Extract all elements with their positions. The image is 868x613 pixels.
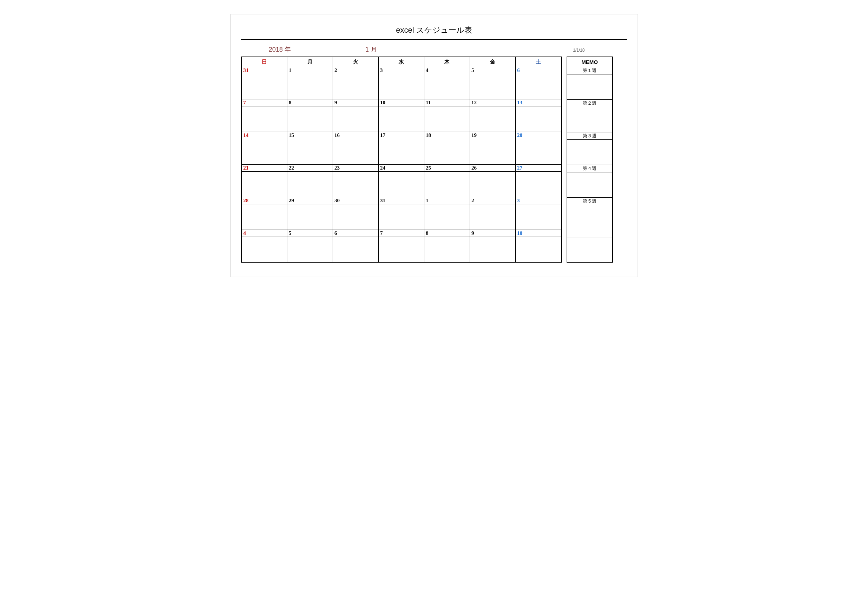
day-number: 9 xyxy=(470,230,516,237)
table-row xyxy=(242,172,561,197)
day-number: 19 xyxy=(470,132,516,139)
table-row: 第４週 xyxy=(567,165,612,172)
day-number: 4 xyxy=(424,67,470,74)
day-number: 4 xyxy=(242,230,287,237)
table-row: 第５週 xyxy=(567,197,612,205)
day-number: 7 xyxy=(242,99,287,106)
day-number: 5 xyxy=(470,67,516,74)
header-thu: 木 xyxy=(424,57,470,67)
day-number: 12 xyxy=(470,99,516,106)
day-cell xyxy=(470,74,516,99)
memo-cell xyxy=(567,107,612,132)
day-number: 31 xyxy=(379,197,424,204)
day-cell xyxy=(287,204,333,230)
day-cell xyxy=(424,106,470,132)
meta-row: 2018 年 1 月 1/1/18 xyxy=(241,45,627,57)
day-number: 22 xyxy=(287,164,333,171)
start-date-label: 1/1/18 xyxy=(573,48,627,53)
day-cell xyxy=(516,139,561,165)
table-row xyxy=(242,74,561,99)
table-row: 7 8 9 10 11 12 13 xyxy=(242,99,561,106)
year-label: 2018 年 xyxy=(241,45,319,54)
day-number: 17 xyxy=(379,132,424,139)
table-row xyxy=(567,237,612,262)
calendar-layout: 日 月 火 水 木 金 土 31 1 2 3 4 5 6 xyxy=(241,57,627,263)
calendar-table: 日 月 火 水 木 金 土 31 1 2 3 4 5 6 xyxy=(241,57,562,263)
day-cell xyxy=(379,139,424,165)
day-cell xyxy=(287,172,333,197)
day-cell xyxy=(424,237,470,262)
day-cell xyxy=(470,172,516,197)
header-sun: 日 xyxy=(242,57,287,67)
day-number: 16 xyxy=(333,132,379,139)
memo-cell xyxy=(567,74,612,99)
memo-table: MEMO 第１週 第２週 第３週 第４週 第５週 xyxy=(567,57,613,263)
week-label xyxy=(567,230,612,237)
table-row xyxy=(567,205,612,230)
day-cell xyxy=(242,172,287,197)
memo-cell xyxy=(567,172,612,197)
day-number: 3 xyxy=(379,67,424,74)
header-mon: 月 xyxy=(287,57,333,67)
day-cell xyxy=(470,139,516,165)
memo-header: MEMO xyxy=(567,57,612,67)
day-number: 30 xyxy=(333,197,379,204)
day-cell xyxy=(333,106,379,132)
table-row: 21 22 23 24 25 26 27 xyxy=(242,164,561,171)
day-cell xyxy=(424,204,470,230)
day-number: 20 xyxy=(516,132,561,139)
week-label: 第５週 xyxy=(567,197,612,205)
day-cell xyxy=(516,172,561,197)
table-row xyxy=(242,106,561,132)
day-number: 15 xyxy=(287,132,333,139)
day-cell xyxy=(287,237,333,262)
header-wed: 水 xyxy=(379,57,424,67)
day-cell xyxy=(379,74,424,99)
day-cell xyxy=(242,139,287,165)
month-label: 1 月 xyxy=(319,45,424,54)
day-cell xyxy=(424,172,470,197)
table-row: 4 5 6 7 8 9 10 xyxy=(242,230,561,237)
day-cell xyxy=(516,204,561,230)
day-number: 10 xyxy=(516,230,561,237)
day-number: 11 xyxy=(424,99,470,106)
day-cell xyxy=(379,106,424,132)
day-number: 21 xyxy=(242,164,287,171)
day-cell xyxy=(242,204,287,230)
day-number: 2 xyxy=(470,197,516,204)
table-row: 28 29 30 31 1 2 3 xyxy=(242,197,561,204)
table-row xyxy=(567,172,612,197)
day-number: 2 xyxy=(333,67,379,74)
day-number: 26 xyxy=(470,164,516,171)
calendar-body: 31 1 2 3 4 5 6 xyxy=(242,67,561,262)
table-row: 第２週 xyxy=(567,99,612,107)
day-number: 6 xyxy=(333,230,379,237)
day-cell xyxy=(516,237,561,262)
day-cell xyxy=(470,204,516,230)
day-number: 8 xyxy=(287,99,333,106)
day-number: 1 xyxy=(287,67,333,74)
table-row xyxy=(242,204,561,230)
table-row: 14 15 16 17 18 19 20 xyxy=(242,132,561,139)
day-number: 24 xyxy=(379,164,424,171)
header-tue: 火 xyxy=(333,57,379,67)
week-label: 第３週 xyxy=(567,132,612,139)
day-cell xyxy=(333,237,379,262)
table-row xyxy=(567,230,612,237)
day-number: 13 xyxy=(516,99,561,106)
table-row xyxy=(567,74,612,99)
table-row xyxy=(567,139,612,165)
memo-cell xyxy=(567,139,612,165)
day-cell xyxy=(242,106,287,132)
day-cell xyxy=(242,237,287,262)
day-number: 29 xyxy=(287,197,333,204)
header-sat: 土 xyxy=(516,57,561,67)
day-number: 25 xyxy=(424,164,470,171)
day-cell xyxy=(333,204,379,230)
day-header-row: 日 月 火 水 木 金 土 xyxy=(242,57,561,67)
day-number: 10 xyxy=(379,99,424,106)
day-number: 7 xyxy=(379,230,424,237)
table-row: 31 1 2 3 4 5 6 xyxy=(242,67,561,74)
day-cell xyxy=(470,237,516,262)
table-row xyxy=(242,139,561,165)
